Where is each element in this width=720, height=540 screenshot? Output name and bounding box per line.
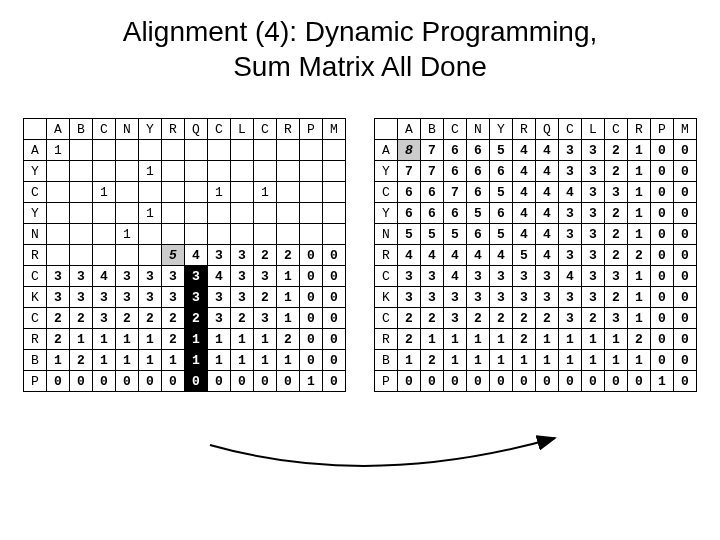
matrix-cell: 1 [421,329,444,350]
row-header: K [24,287,47,308]
matrix-cell: 3 [490,266,513,287]
matrix-cell: 1 [536,350,559,371]
matrix-cell [139,245,162,266]
matrix-cell [70,245,93,266]
matrix-cell: 0 [651,329,674,350]
row-header: R [24,329,47,350]
matrix-cell: 7 [421,140,444,161]
matrix-cell: 3 [231,245,254,266]
matrix-cell [47,224,70,245]
col-header: Q [536,119,559,140]
tables-row: ABCNYRQCLCRPMA1Y1C111Y1N1R54332200C33433… [0,118,720,392]
matrix-cell: 1 [208,350,231,371]
matrix-cell: 1 [208,182,231,203]
row-header: C [375,182,398,203]
corner-cell [24,119,47,140]
matrix-cell: 2 [254,287,277,308]
matrix-cell: 0 [323,266,346,287]
matrix-cell: 1 [139,203,162,224]
matrix-cell: 0 [559,371,582,392]
matrix-cell: 4 [536,140,559,161]
matrix-cell: 4 [513,182,536,203]
matrix-cell: 0 [300,350,323,371]
col-header: R [628,119,651,140]
matrix-cell [231,224,254,245]
col-header: R [277,119,300,140]
matrix-cell: 0 [490,371,513,392]
matrix-cell [93,245,116,266]
matrix-cell: 5 [162,245,185,266]
matrix-cell: 3 [254,308,277,329]
matrix-cell: 3 [139,287,162,308]
matrix-cell [139,140,162,161]
matrix-cell: 4 [185,245,208,266]
matrix-cell: 2 [277,245,300,266]
matrix-cell: 2 [398,329,421,350]
matrix-cell [162,140,185,161]
matrix-cell: 7 [444,182,467,203]
matrix-cell: 0 [651,161,674,182]
matrix-cell: 3 [93,308,116,329]
matrix-cell: 1 [93,182,116,203]
matrix-cell: 2 [605,140,628,161]
matrix-cell [70,161,93,182]
matrix-cell: 2 [605,287,628,308]
matrix-cell: 2 [277,329,300,350]
matrix-cell: 3 [208,245,231,266]
matrix-cell [93,161,116,182]
matrix-cell: 5 [467,203,490,224]
matrix-cell [70,203,93,224]
matrix-cell: 0 [398,371,421,392]
matrix-cell: 0 [674,140,697,161]
matrix-cell: 1 [93,350,116,371]
matrix-cell: 0 [323,287,346,308]
matrix-cell: 2 [628,329,651,350]
matrix-cell: 2 [47,308,70,329]
matrix-cell: 0 [444,371,467,392]
title-line-1: Alignment (4): Dynamic Programming, [123,16,598,47]
col-header: M [674,119,697,140]
matrix-cell: 1 [559,350,582,371]
matrix-cell [208,140,231,161]
matrix-cell: 0 [323,308,346,329]
matrix-cell [231,182,254,203]
col-header: N [116,119,139,140]
matrix-cell: 1 [536,329,559,350]
matrix-cell: 3 [490,287,513,308]
col-header: C [93,119,116,140]
matrix-cell: 3 [467,287,490,308]
matrix-cell: 2 [605,245,628,266]
matrix-cell: 3 [139,266,162,287]
matrix-cell [254,203,277,224]
matrix-cell: 0 [651,350,674,371]
matrix-cell: 1 [277,266,300,287]
col-header: C [559,119,582,140]
matrix-cell [277,140,300,161]
matrix-cell: 3 [162,287,185,308]
matrix-cell: 0 [674,266,697,287]
matrix-cell [70,224,93,245]
matrix-cell: 3 [47,266,70,287]
matrix-cell: 1 [605,350,628,371]
matrix-cell: 0 [208,371,231,392]
matrix-cell: 0 [651,203,674,224]
matrix-cell [323,161,346,182]
matrix-cell [254,161,277,182]
matrix-cell: 7 [421,161,444,182]
matrix-cell: 0 [185,371,208,392]
matrix-cell [47,161,70,182]
matrix-cell: 1 [185,329,208,350]
matrix-cell: 4 [513,140,536,161]
matrix-cell: 3 [47,287,70,308]
matrix-cell: 1 [139,350,162,371]
matrix-cell: 2 [536,308,559,329]
matrix-cell [323,203,346,224]
matrix-cell: 0 [628,371,651,392]
matrix-cell: 1 [277,308,300,329]
matrix-cell: 2 [70,350,93,371]
matrix-cell: 3 [231,287,254,308]
matrix-cell: 0 [162,371,185,392]
matrix-cell: 1 [628,224,651,245]
matrix-cell: 3 [162,266,185,287]
matrix-cell: 4 [536,182,559,203]
